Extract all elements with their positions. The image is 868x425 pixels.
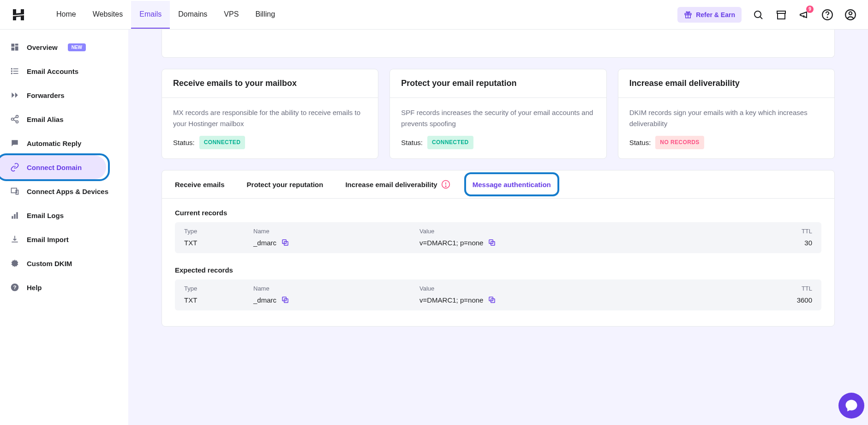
sidebar-label: Forwarders	[27, 91, 65, 99]
col-ttl: TTL	[766, 285, 812, 292]
tab-message-authentication[interactable]: Message authentication	[473, 170, 551, 198]
status-badge: CONNECTED	[199, 136, 245, 149]
cell-ttl: 30	[766, 239, 812, 247]
card-title: Protect your email reputation	[390, 69, 606, 98]
store-button[interactable]	[775, 8, 788, 21]
cell-ttl: 3600	[766, 296, 812, 304]
help-button[interactable]	[821, 8, 834, 21]
cell-value: v=DMARC1; p=none	[419, 239, 483, 247]
gear-icon	[10, 259, 19, 268]
nav-vps[interactable]: VPS	[216, 1, 247, 29]
svg-rect-13	[12, 48, 15, 51]
nav-billing[interactable]: Billing	[247, 1, 283, 29]
section-title: Expected records	[175, 266, 821, 274]
svg-point-3	[754, 11, 761, 18]
nav-domains[interactable]: Domains	[170, 1, 216, 29]
new-badge: NEW	[68, 43, 86, 51]
download-icon	[10, 235, 19, 244]
copy-icon[interactable]	[281, 238, 289, 247]
table-header: Type Name Value TTL	[184, 228, 812, 237]
sidebar-item-email-logs[interactable]: Email Logs	[0, 203, 128, 227]
current-records-section: Current records Type Name Value TTL TXT …	[162, 199, 834, 256]
account-button[interactable]	[844, 8, 857, 21]
forward-icon	[10, 91, 19, 100]
svg-point-9	[849, 12, 852, 15]
col-name: Name	[253, 285, 419, 292]
svg-rect-11	[15, 44, 18, 46]
col-type: Type	[184, 228, 253, 235]
sidebar-item-automatic-reply[interactable]: Automatic Reply	[0, 131, 128, 155]
svg-rect-28	[14, 214, 15, 219]
main-nav: Home Websites Emails Domains VPS Billing	[48, 1, 283, 29]
svg-point-20	[16, 115, 18, 118]
card-description: MX records are responsible for the abili…	[173, 107, 367, 129]
cell-type: TXT	[184, 239, 253, 247]
help-icon: ?	[10, 283, 19, 292]
sidebar-label: Email Alias	[27, 115, 63, 123]
cell-name: _dmarc	[253, 296, 276, 304]
sidebar-item-forwarders[interactable]: Forwarders	[0, 83, 128, 107]
sidebar-item-custom-dkim[interactable]: Custom DKIM	[0, 251, 128, 275]
copy-icon[interactable]	[281, 296, 289, 304]
sidebar-item-overview[interactable]: Overview NEW	[0, 35, 128, 59]
top-actions-card: Check again Connect automatically	[162, 30, 835, 58]
list-icon	[10, 67, 19, 76]
tab-receive-emails[interactable]: Receive emails	[175, 170, 225, 198]
svg-point-22	[16, 121, 18, 123]
expected-records-section: Expected records Type Name Value TTL TXT…	[162, 256, 834, 313]
info-cards-row: Receive emails to your mailbox MX record…	[162, 69, 835, 159]
sidebar-label: Help	[27, 284, 42, 291]
nav-websites[interactable]: Websites	[84, 1, 132, 29]
devices-icon	[10, 187, 19, 196]
card-description: DKIM records sign your emails with a key…	[629, 107, 823, 129]
chat-icon	[10, 139, 19, 148]
section-title: Current records	[175, 209, 821, 217]
copy-icon[interactable]	[488, 296, 496, 304]
sidebar-item-connect-domain[interactable]: Connect Domain	[0, 155, 106, 179]
sidebar-label: Overview	[27, 43, 58, 51]
svg-rect-29	[16, 212, 18, 219]
svg-point-18	[12, 71, 12, 72]
svg-point-7	[827, 17, 827, 17]
card-title: Increase email deliverability	[618, 69, 834, 98]
sidebar-item-connect-apps[interactable]: Connect Apps & Devices	[0, 179, 128, 203]
help-circle-icon	[821, 9, 833, 21]
main-content: Check again Connect automatically Receiv…	[128, 30, 868, 425]
sidebar-item-help[interactable]: ? Help	[0, 275, 128, 299]
svg-text:?: ?	[13, 284, 16, 290]
svg-point-21	[12, 118, 14, 121]
sidebar-item-email-accounts[interactable]: Email Accounts	[0, 59, 128, 83]
svg-rect-12	[15, 46, 18, 50]
status-badge: CONNECTED	[427, 136, 473, 149]
svg-point-19	[12, 73, 12, 74]
records-table: Type Name Value TTL TXT _dmarc v=DMARC1;…	[175, 222, 821, 253]
sidebar-item-email-import[interactable]: Email Import	[0, 227, 128, 251]
status-label: Status:	[401, 137, 423, 148]
nav-home[interactable]: Home	[48, 1, 84, 29]
search-button[interactable]	[752, 8, 765, 21]
user-circle-icon	[844, 9, 856, 21]
refer-earn-label: Refer & Earn	[696, 11, 735, 18]
table-row: TXT _dmarc v=DMARC1; p=none 30	[184, 237, 812, 247]
sidebar-item-email-alias[interactable]: Email Alias	[0, 107, 128, 131]
copy-icon[interactable]	[488, 238, 496, 247]
refer-earn-button[interactable]: Refer & Earn	[677, 7, 742, 23]
tab-protect-reputation[interactable]: Protect your reputation	[247, 170, 323, 198]
nav-emails[interactable]: Emails	[131, 1, 170, 29]
chat-widget-button[interactable]	[838, 393, 864, 419]
svg-rect-10	[12, 44, 15, 47]
card-title: Receive emails to your mailbox	[162, 69, 378, 98]
svg-line-23	[13, 117, 16, 118]
grid-icon	[10, 42, 19, 52]
chart-bar-icon	[10, 211, 19, 220]
card-deliverability: Increase email deliverability DKIM recor…	[618, 69, 835, 159]
notifications-button[interactable]: 9	[798, 8, 811, 21]
top-header: Home Websites Emails Domains VPS Billing…	[0, 0, 868, 30]
status-label: Status:	[173, 137, 195, 148]
brand-logo[interactable]	[11, 7, 26, 22]
table-row: TXT _dmarc v=DMARC1; p=none 3600	[184, 294, 812, 304]
store-icon	[776, 9, 787, 20]
share-icon	[10, 115, 19, 124]
tab-deliverability[interactable]: Increase email deliverability	[345, 170, 450, 198]
gift-icon	[684, 11, 692, 19]
